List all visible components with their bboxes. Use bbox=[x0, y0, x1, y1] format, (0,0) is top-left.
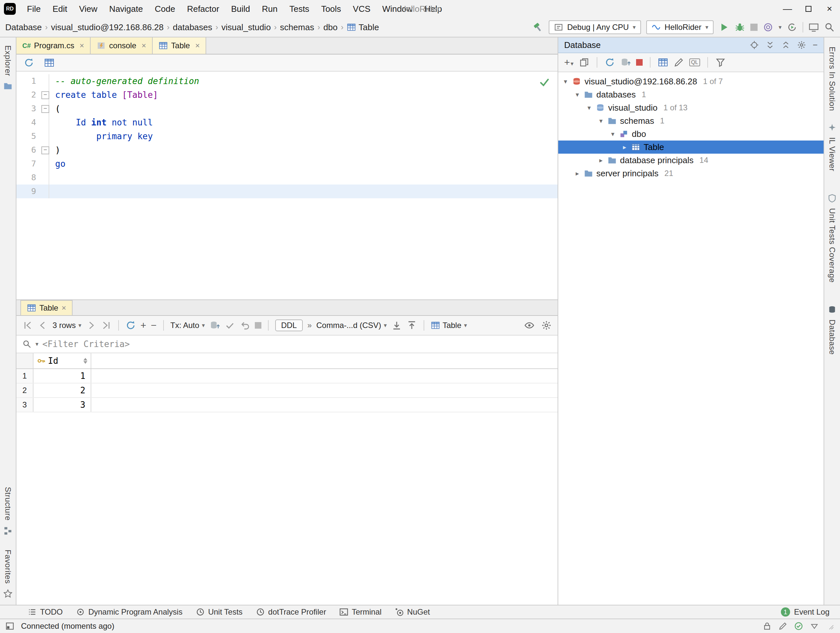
chevron-collapsed-icon[interactable]: ▸ bbox=[574, 169, 581, 177]
breadcrumb-table[interactable]: Table bbox=[347, 22, 379, 33]
chevron-expanded-icon[interactable]: ▾ bbox=[586, 104, 592, 112]
toolwindow-favorites[interactable]: Favorites bbox=[3, 549, 13, 584]
inspections-status-icon[interactable] bbox=[794, 622, 803, 631]
cancel-query-icon[interactable] bbox=[255, 322, 261, 328]
code-line-3[interactable]: 3( bbox=[16, 102, 557, 115]
close-icon[interactable]: × bbox=[142, 41, 146, 50]
refresh-icon[interactable] bbox=[24, 57, 34, 68]
breadcrumb-schemas[interactable]: schemas bbox=[280, 22, 314, 33]
code-line-6[interactable]: 6) bbox=[16, 143, 557, 157]
rollback-icon[interactable] bbox=[240, 320, 250, 331]
chevron-expanded-icon[interactable]: ▾ bbox=[562, 77, 569, 85]
export-format-selector[interactable]: Comma-...d (CSV) ▾ bbox=[316, 321, 387, 330]
next-page-icon[interactable] bbox=[86, 320, 96, 331]
code-line-2[interactable]: 2create table [Table] bbox=[16, 88, 557, 102]
menu-run[interactable]: Run bbox=[256, 0, 283, 18]
tree-node-database-principals[interactable]: ▸database principals14 bbox=[558, 154, 824, 167]
expand-all-icon[interactable] bbox=[766, 40, 775, 50]
toolwindow-unit-tests-coverage[interactable]: Unit Tests Coverage bbox=[827, 208, 837, 283]
menu-vcs[interactable]: VCS bbox=[347, 0, 376, 18]
code-line-8[interactable]: 8 bbox=[16, 171, 557, 185]
chevron-down-icon[interactable]: ▾ bbox=[35, 341, 38, 348]
filter-criteria-input[interactable]: <Filter Criteria> bbox=[43, 339, 130, 349]
query-console-icon[interactable]: QL bbox=[689, 58, 700, 66]
solution-config-selector[interactable]: Debug | Any CPU ▾ bbox=[549, 21, 641, 34]
tree-node-visual-studio[interactable]: ▾visual_studio1 of 13 bbox=[558, 101, 824, 114]
toolwindow-unit-tests[interactable]: Unit Tests bbox=[189, 605, 249, 619]
commit-icon[interactable] bbox=[224, 320, 235, 331]
search-everywhere-icon[interactable] bbox=[824, 22, 835, 33]
menu-file[interactable]: File bbox=[21, 0, 47, 18]
last-page-icon[interactable] bbox=[101, 320, 112, 331]
breadcrumb-database[interactable]: Database bbox=[5, 22, 42, 33]
fold-marker[interactable] bbox=[40, 143, 49, 157]
table-row[interactable]: 33 bbox=[16, 398, 557, 412]
submit-db-icon[interactable] bbox=[210, 320, 220, 331]
il-viewer-icon[interactable] bbox=[827, 123, 837, 132]
filter-icon[interactable] bbox=[715, 57, 726, 68]
build-hammer-icon[interactable] bbox=[533, 22, 543, 33]
toolwindow-dynamic-program-analysis[interactable]: Dynamic Program Analysis bbox=[69, 605, 189, 619]
code-line-9[interactable]: 9 bbox=[16, 185, 557, 198]
chevron-down-icon[interactable]: ▾ bbox=[778, 24, 782, 31]
duplicate-icon[interactable] bbox=[579, 57, 589, 68]
toolwindow-errors-in-solution[interactable]: Errors In Solution bbox=[827, 47, 837, 111]
tree-node-schemas[interactable]: ▾schemas1 bbox=[558, 114, 824, 127]
tree-node-databases[interactable]: ▾databases1 bbox=[558, 88, 824, 101]
run-target-selector[interactable]: HelloRider ▾ bbox=[646, 21, 714, 34]
highlighting-level-icon[interactable] bbox=[810, 622, 819, 631]
chevron-expanded-icon[interactable]: ▾ bbox=[574, 91, 581, 98]
code-editor[interactable]: 1-- auto-generated definition2create tab… bbox=[16, 71, 557, 300]
menu-edit[interactable]: Edit bbox=[47, 0, 73, 18]
breadcrumb-dbo[interactable]: dbo bbox=[324, 22, 338, 33]
tree-node-table[interactable]: ▸Table bbox=[558, 140, 824, 154]
debug-button[interactable] bbox=[734, 22, 745, 33]
minimize-button[interactable]: — bbox=[777, 0, 798, 18]
toolwindow-database[interactable]: Database bbox=[827, 319, 837, 355]
tab-console[interactable]: console × bbox=[91, 38, 153, 54]
menu-view[interactable]: View bbox=[73, 0, 103, 18]
code-line-5[interactable]: 5 primary key bbox=[16, 129, 557, 143]
add-data-source-button[interactable]: +▾ bbox=[564, 57, 574, 67]
attach-to-process-icon[interactable] bbox=[808, 22, 819, 33]
export-data-icon[interactable] bbox=[392, 320, 402, 331]
star-icon[interactable] bbox=[3, 589, 13, 598]
first-page-icon[interactable] bbox=[22, 320, 33, 331]
database-stack-icon[interactable] bbox=[827, 305, 837, 314]
toolwindow-il-viewer[interactable]: IL Viewer bbox=[827, 137, 837, 171]
menu-navigate[interactable]: Navigate bbox=[103, 0, 149, 18]
delete-row-icon[interactable]: − bbox=[151, 320, 156, 330]
table-panel-tab[interactable]: Table × bbox=[21, 300, 73, 315]
breadcrumb-databases[interactable]: databases bbox=[173, 22, 212, 33]
toolwindow-toggle-icon[interactable] bbox=[5, 622, 14, 631]
column-header-id[interactable]: Id bbox=[33, 353, 91, 368]
toolwindow-explorer[interactable]: Explorer bbox=[3, 45, 13, 76]
toolwindow-terminal[interactable]: Terminal bbox=[333, 605, 388, 619]
cell-id[interactable]: 2 bbox=[33, 384, 91, 397]
fold-marker[interactable] bbox=[40, 102, 49, 115]
cell-id[interactable]: 1 bbox=[33, 369, 91, 383]
ddl-button[interactable]: DDL bbox=[275, 319, 303, 331]
close-icon[interactable]: × bbox=[79, 41, 84, 50]
menu-tools[interactable]: Tools bbox=[315, 0, 347, 18]
fold-marker[interactable] bbox=[40, 88, 49, 102]
menu-code[interactable]: Code bbox=[149, 0, 181, 18]
sort-icon[interactable] bbox=[84, 358, 87, 364]
import-data-icon[interactable] bbox=[407, 320, 417, 331]
eye-icon[interactable] bbox=[524, 320, 535, 331]
cell-id[interactable]: 3 bbox=[33, 398, 91, 412]
chevron-collapsed-icon[interactable]: ▸ bbox=[621, 143, 628, 151]
gear-icon[interactable] bbox=[797, 40, 806, 50]
toolwindow-nuget[interactable]: NuGet bbox=[388, 605, 436, 619]
collapse-all-icon[interactable] bbox=[781, 40, 790, 50]
event-log-button[interactable]: 1 Event Log bbox=[781, 608, 835, 617]
lock-icon[interactable] bbox=[763, 622, 772, 631]
maximize-button[interactable] bbox=[798, 0, 819, 18]
inspections-ok-icon[interactable] bbox=[539, 77, 550, 87]
table-view-icon[interactable] bbox=[44, 57, 55, 68]
locate-object-icon[interactable] bbox=[750, 40, 759, 50]
stop-connection-icon[interactable] bbox=[636, 59, 643, 66]
table-row[interactable]: 22 bbox=[16, 384, 557, 398]
coverage-icon[interactable] bbox=[763, 22, 773, 33]
submit-ddl-icon[interactable] bbox=[620, 57, 631, 68]
